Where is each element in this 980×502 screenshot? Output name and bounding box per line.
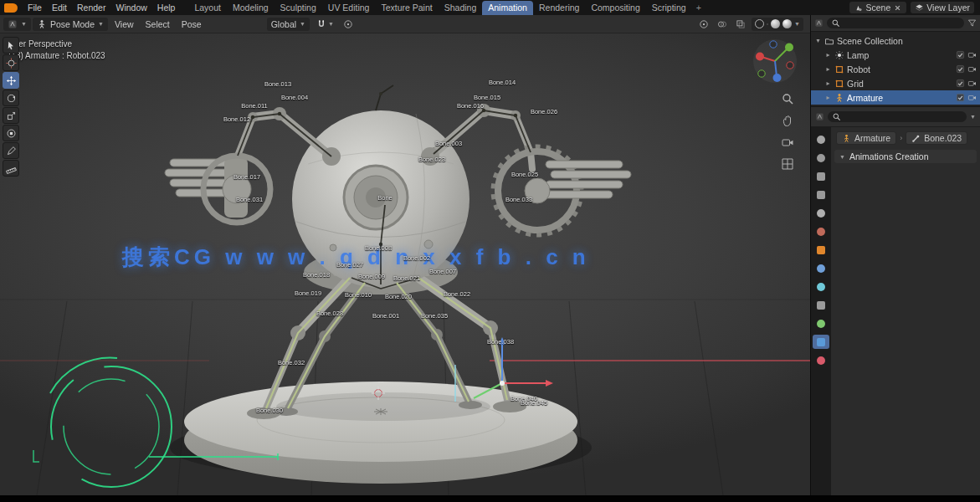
outliner-row-armature[interactable]: ▸Armature bbox=[811, 90, 980, 105]
snap-toggle[interactable]: ▼ bbox=[314, 18, 336, 30]
armature-icon bbox=[834, 93, 844, 103]
rotate-tool[interactable] bbox=[3, 90, 19, 106]
scene-tab[interactable] bbox=[813, 206, 829, 220]
workspace-tab-modeling[interactable]: Modeling bbox=[227, 1, 275, 15]
chevron-down-icon[interactable]: ▼ bbox=[794, 21, 800, 27]
menu-render[interactable]: Render bbox=[72, 0, 110, 15]
render-tab[interactable] bbox=[813, 151, 829, 165]
material-tab[interactable] bbox=[813, 353, 829, 367]
xray-toggle[interactable] bbox=[733, 18, 748, 30]
object-data-tab[interactable] bbox=[813, 316, 829, 330]
modifiers-tab[interactable] bbox=[813, 261, 829, 275]
chevron-down-icon[interactable]: ▼ bbox=[970, 114, 976, 120]
menu-help[interactable]: Help bbox=[152, 0, 181, 15]
physics-tab[interactable] bbox=[813, 279, 829, 294]
close-icon[interactable] bbox=[893, 3, 902, 13]
disclosure-icon[interactable]: ▸ bbox=[824, 51, 832, 59]
menu-view[interactable]: View bbox=[110, 15, 139, 33]
menu-edit[interactable]: Edit bbox=[47, 0, 72, 15]
measure-tool[interactable] bbox=[3, 160, 19, 177]
outliner-row-grid[interactable]: ▸Grid bbox=[811, 76, 980, 90]
annotate-tool[interactable] bbox=[3, 142, 19, 159]
proportional-editing-toggle[interactable] bbox=[341, 18, 356, 30]
navigation-gizmo[interactable] bbox=[752, 38, 798, 85]
properties-search-input[interactable] bbox=[828, 111, 967, 122]
light-icon bbox=[834, 50, 844, 60]
filter-icon[interactable] bbox=[967, 18, 977, 28]
workspace-tab-texture-paint[interactable]: Texture Paint bbox=[375, 1, 438, 15]
disclosure-icon[interactable]: ▸ bbox=[824, 79, 832, 87]
editor-outliner-icon[interactable] bbox=[814, 18, 824, 28]
bone-tab[interactable] bbox=[813, 335, 829, 349]
object-tab[interactable] bbox=[813, 243, 829, 257]
checkbox-icon[interactable] bbox=[956, 79, 965, 88]
show-overlays-toggle[interactable] bbox=[715, 18, 730, 30]
properties-header: ▼ bbox=[811, 107, 980, 127]
world-tab[interactable] bbox=[813, 224, 829, 238]
checkbox-icon[interactable] bbox=[956, 64, 965, 74]
shading-wireframe-icon[interactable] bbox=[755, 19, 764, 28]
constraints-icon bbox=[817, 301, 825, 310]
select-box-tool[interactable] bbox=[3, 37, 19, 54]
menu-file[interactable]: File bbox=[23, 0, 47, 15]
editor-properties-icon[interactable] bbox=[815, 112, 824, 121]
physics-icon bbox=[817, 283, 825, 291]
shading-material-icon[interactable] bbox=[771, 19, 780, 28]
render-visibility-icon[interactable] bbox=[967, 50, 977, 59]
transform-orientation-selector[interactable]: Global ▼ bbox=[267, 18, 310, 31]
output-tab[interactable] bbox=[813, 169, 829, 183]
shading-rendered-icon[interactable] bbox=[782, 19, 792, 28]
disclosure-icon[interactable]: ▾ bbox=[814, 37, 822, 44]
checkbox-icon[interactable] bbox=[956, 93, 965, 102]
add-workspace-button[interactable]: + bbox=[692, 1, 705, 15]
render-visibility-icon[interactable] bbox=[967, 93, 977, 102]
constraints-tab[interactable] bbox=[813, 298, 829, 312]
measure-icon bbox=[6, 163, 17, 174]
outliner-search-input[interactable] bbox=[827, 18, 964, 28]
blender-logo-icon[interactable] bbox=[4, 3, 18, 13]
move-tool[interactable] bbox=[3, 72, 19, 89]
panel-header[interactable]: ▼ Animations Creation bbox=[834, 150, 977, 163]
menu-pose[interactable]: Pose bbox=[177, 15, 207, 33]
chevron-down-icon: ▼ bbox=[328, 21, 334, 27]
object-icon bbox=[834, 64, 844, 74]
shading-solid-active[interactable] bbox=[767, 23, 768, 25]
magnifier-icon[interactable] bbox=[781, 92, 794, 105]
breadcrumb-armature[interactable]: Armature bbox=[836, 131, 896, 145]
view-layer-selector[interactable]: View Layer bbox=[911, 2, 974, 13]
mode-selector[interactable]: Pose Mode ▼ bbox=[33, 18, 108, 31]
outliner-row-lamp[interactable]: ▸Lamp bbox=[811, 48, 980, 62]
render-visibility-icon[interactable] bbox=[967, 79, 977, 88]
grid-icon[interactable] bbox=[781, 157, 794, 171]
workspace-tab-animation[interactable]: Animation bbox=[482, 1, 533, 15]
workspace-tab-uv-editing[interactable]: UV Editing bbox=[322, 1, 376, 15]
menu-select[interactable]: Select bbox=[141, 15, 175, 33]
workspace-tab-layout[interactable]: Layout bbox=[188, 1, 227, 15]
camera-icon[interactable] bbox=[781, 136, 794, 149]
workspace-tab-scripting[interactable]: Scripting bbox=[646, 1, 692, 15]
outliner-row-robot[interactable]: ▸Robot bbox=[811, 62, 980, 76]
viewport-3d[interactable]: 搜索CG w w w . q d n x x f b . c n bbox=[0, 33, 810, 495]
view-layer-tab[interactable] bbox=[813, 187, 829, 202]
tool-tab[interactable] bbox=[813, 132, 829, 146]
xray-icon bbox=[736, 19, 746, 29]
status-bar bbox=[0, 495, 980, 502]
breadcrumb-bone[interactable]: Bone.023 bbox=[906, 131, 967, 145]
workspace-tab-rendering[interactable]: Rendering bbox=[533, 1, 585, 15]
scale-tool[interactable] bbox=[3, 107, 19, 124]
cursor-tool[interactable] bbox=[3, 54, 19, 71]
disclosure-icon[interactable]: ▸ bbox=[824, 94, 832, 101]
transform-tool[interactable] bbox=[3, 125, 19, 141]
scene-selector[interactable]: Scene bbox=[849, 2, 906, 13]
menu-window[interactable]: Window bbox=[110, 0, 151, 15]
render-visibility-icon[interactable] bbox=[967, 64, 977, 74]
checkbox-icon[interactable] bbox=[956, 50, 965, 59]
outliner-row-scene-collection[interactable]: ▾Scene Collection bbox=[811, 33, 980, 48]
workspace-tab-shading[interactable]: Shading bbox=[439, 1, 483, 15]
show-gizmo-toggle[interactable] bbox=[696, 18, 711, 30]
workspace-tab-compositing[interactable]: Compositing bbox=[585, 1, 645, 15]
disclosure-icon[interactable]: ▸ bbox=[824, 65, 832, 73]
workspace-tab-sculpting[interactable]: Sculpting bbox=[275, 1, 322, 15]
hand-icon[interactable] bbox=[781, 114, 794, 127]
editor-type-selector[interactable]: ▼ bbox=[3, 18, 31, 31]
